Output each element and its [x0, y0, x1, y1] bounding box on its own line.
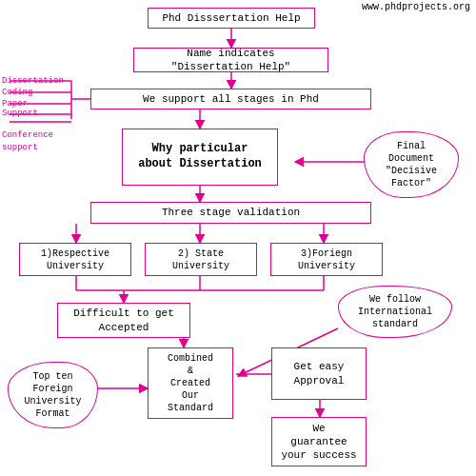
difficult-box: Difficult to get Accepted [57, 303, 190, 338]
get-approval-box: Get easy Approval [271, 347, 367, 400]
why-particular-box: Why particular about Dissertation [122, 129, 278, 186]
top-ten-cloud: Top ten Foreign University Format [8, 362, 98, 428]
combined-box: Combined & Created Our Standard [148, 347, 233, 419]
final-doc-cloud: Final Document "Decisive Factor" [364, 131, 459, 198]
state-uni-box: 2) State University [145, 243, 257, 276]
foreign-uni-box: 3)Foriegn University [270, 243, 383, 276]
name-indicates-box: Name indicates "Dissertation Help" [133, 48, 328, 72]
respective-uni-box: 1)Respective University [19, 243, 131, 276]
phd-help-box: Phd Disssertation Help [148, 8, 315, 29]
intl-standard-cloud: We follow International standard [338, 286, 452, 338]
three-stage-box: Three stage validation [90, 202, 371, 224]
website-label: www.phdprojects.org [362, 2, 470, 12]
support-stages-box: We support all stages in Phd [90, 89, 371, 109]
guarantee-box: We guarantee your success [271, 417, 367, 466]
left-label-conference: Conference support [2, 116, 53, 155]
